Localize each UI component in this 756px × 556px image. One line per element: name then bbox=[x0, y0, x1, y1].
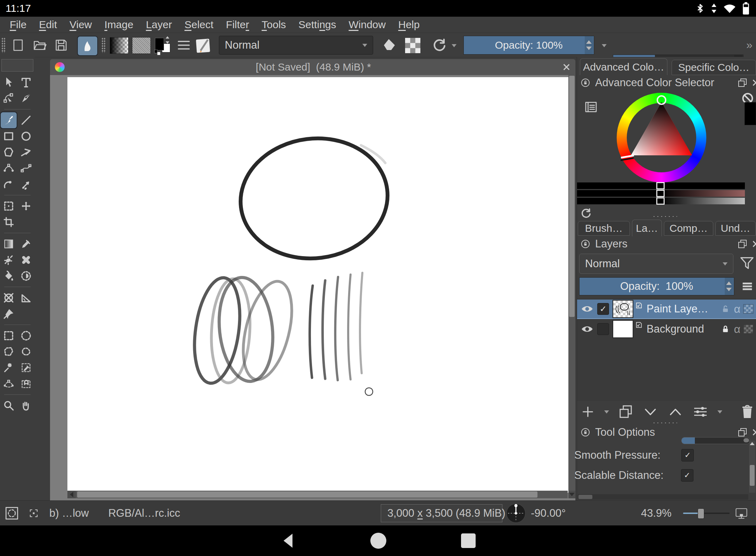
refresh-icon[interactable] bbox=[580, 207, 592, 220]
docker-hscrollbar[interactable] bbox=[578, 494, 748, 500]
tool-options-vscrollbar[interactable] bbox=[749, 441, 755, 493]
tool-color-sampler[interactable] bbox=[18, 236, 34, 252]
tool-crop[interactable] bbox=[1, 214, 17, 230]
layer-inherit-alpha-icon[interactable] bbox=[744, 305, 753, 313]
open-document-button[interactable] bbox=[31, 37, 48, 54]
layer-alpha-lock-icon[interactable]: α bbox=[734, 323, 741, 336]
layer-filter-funnel-icon[interactable] bbox=[739, 255, 755, 271]
canvas[interactable] bbox=[67, 77, 568, 493]
layer-properties-options-chevron[interactable] bbox=[717, 410, 722, 414]
image-dimensions-button[interactable]: 3,000 x 3,500 (48.9 MiB) bbox=[381, 504, 502, 522]
menu-layer[interactable]: Layer bbox=[140, 19, 178, 31]
tool-pan[interactable] bbox=[18, 398, 34, 414]
move-layer-down-button[interactable] bbox=[642, 404, 658, 419]
layer-row-background[interactable]: Background α bbox=[577, 320, 756, 338]
splitter-handle[interactable] bbox=[652, 422, 677, 424]
tool-rectangle[interactable] bbox=[1, 128, 17, 144]
tool-fill[interactable] bbox=[1, 268, 17, 284]
close-docker-icon[interactable] bbox=[751, 428, 756, 436]
close-document-button[interactable] bbox=[562, 63, 570, 71]
layer-unlocked-icon[interactable] bbox=[720, 304, 731, 314]
vscroll-down-arrow[interactable] bbox=[568, 491, 575, 498]
menu-file[interactable]: File bbox=[3, 19, 33, 31]
menu-settings[interactable]: Settings bbox=[292, 19, 342, 31]
selection-display-icon[interactable] bbox=[28, 508, 39, 518]
lock-docker-icon[interactable] bbox=[581, 239, 590, 249]
canvas-vscrollbar[interactable] bbox=[568, 75, 575, 491]
color-docker-header[interactable]: Advanced Color Selector bbox=[577, 75, 756, 90]
tool-enclose-fill[interactable] bbox=[18, 268, 34, 284]
eraser-toggle-button[interactable] bbox=[380, 37, 397, 54]
tab-advanced-color-selector[interactable]: Advanced Colo… bbox=[580, 58, 667, 75]
float-docker-icon[interactable] bbox=[738, 428, 747, 436]
tool-freehand-brush[interactable] bbox=[1, 112, 17, 128]
menu-window[interactable]: Window bbox=[343, 19, 392, 31]
canvas-hscrollbar[interactable] bbox=[67, 491, 568, 498]
tool-edit-shapes[interactable] bbox=[1, 90, 17, 106]
brush-preset-button[interactable] bbox=[77, 36, 98, 56]
layer-opacity-spinners[interactable] bbox=[725, 278, 733, 295]
layer-blending-mode-dropdown[interactable]: Normal bbox=[579, 254, 733, 274]
rotation-angle[interactable]: -90.00° bbox=[531, 507, 566, 520]
smooth-pressure-checkbox[interactable]: ✓ bbox=[681, 449, 694, 461]
opacity-options-chevron[interactable] bbox=[602, 44, 607, 47]
layer-thumbnail[interactable] bbox=[613, 320, 633, 338]
layer-visible-eye-icon[interactable] bbox=[581, 324, 594, 334]
opacity-slider[interactable]: Opacity: 100% bbox=[463, 36, 594, 55]
tool-colorize-mask[interactable] bbox=[1, 252, 17, 268]
duplicate-layer-button[interactable] bbox=[618, 404, 633, 419]
add-layer-options-chevron[interactable] bbox=[604, 410, 609, 414]
move-layer-up-button[interactable] bbox=[667, 404, 683, 419]
gradient-swatch-button[interactable] bbox=[110, 37, 129, 54]
tool-polygon-select[interactable] bbox=[1, 344, 17, 360]
scalable-distance-checkbox[interactable]: ✓ bbox=[681, 469, 693, 482]
opacity-spinners[interactable] bbox=[585, 36, 593, 54]
preserve-alpha-button[interactable] bbox=[405, 38, 420, 53]
layer-alpha-lock-icon[interactable]: α bbox=[734, 303, 741, 316]
tool-smart-patch[interactable] bbox=[18, 252, 34, 268]
tool-measure[interactable] bbox=[18, 290, 34, 306]
float-docker-icon[interactable] bbox=[738, 79, 747, 87]
tool-assistants[interactable] bbox=[1, 290, 17, 306]
hscroll-left-arrow[interactable] bbox=[67, 491, 76, 498]
layer-checkbox[interactable] bbox=[597, 323, 609, 335]
tool-similar-color-select[interactable] bbox=[18, 360, 34, 376]
float-docker-icon[interactable] bbox=[738, 240, 747, 248]
brush-editor-button[interactable] bbox=[194, 36, 213, 55]
save-button[interactable] bbox=[53, 37, 69, 54]
add-layer-button[interactable] bbox=[581, 404, 595, 419]
swap-colors-icon[interactable] bbox=[164, 36, 171, 44]
workspace-chooser-button[interactable] bbox=[176, 37, 192, 54]
layer-properties-button[interactable] bbox=[692, 404, 708, 419]
tool-ellipse[interactable] bbox=[18, 128, 34, 144]
tool-line[interactable] bbox=[18, 112, 34, 128]
home-button[interactable] bbox=[370, 533, 386, 549]
canvas-rotation-dial[interactable] bbox=[506, 503, 526, 523]
layer-checkbox[interactable]: ✓ bbox=[597, 303, 609, 315]
tool-bezier-select[interactable] bbox=[1, 376, 17, 392]
zoom-percentage[interactable]: 43.9% bbox=[641, 507, 672, 520]
menu-view[interactable]: View bbox=[63, 19, 98, 31]
tool-options-slider[interactable] bbox=[681, 437, 750, 444]
tool-magnetic-select[interactable] bbox=[18, 376, 34, 392]
recents-button[interactable] bbox=[461, 533, 476, 548]
tab-specific-color-selector[interactable]: Specific Colo… bbox=[672, 60, 756, 75]
delete-layer-button[interactable] bbox=[740, 404, 754, 419]
canvas-viewport[interactable] bbox=[50, 75, 575, 500]
blending-mode-dropdown[interactable]: Normal bbox=[219, 36, 373, 55]
selection-mode-icon[interactable] bbox=[5, 506, 19, 520]
tool-freehand-select[interactable] bbox=[18, 344, 34, 360]
splitter-handle[interactable] bbox=[652, 215, 677, 218]
back-button[interactable] bbox=[280, 532, 296, 549]
selector-settings-icon[interactable] bbox=[584, 100, 598, 114]
layer-inherit-alpha-icon[interactable] bbox=[744, 325, 753, 333]
tool-text[interactable] bbox=[18, 74, 34, 90]
layers-docker-header[interactable]: Layers bbox=[577, 236, 756, 252]
menu-tools[interactable]: Tools bbox=[255, 19, 292, 31]
tool-reference-images[interactable] bbox=[1, 306, 17, 322]
tool-calligraphy[interactable] bbox=[18, 90, 34, 106]
tool-move[interactable] bbox=[18, 198, 34, 214]
toolbar-grip[interactable] bbox=[1, 38, 6, 53]
new-document-button[interactable] bbox=[10, 37, 26, 54]
toolbar-overflow-chevron[interactable]: » bbox=[746, 39, 753, 51]
